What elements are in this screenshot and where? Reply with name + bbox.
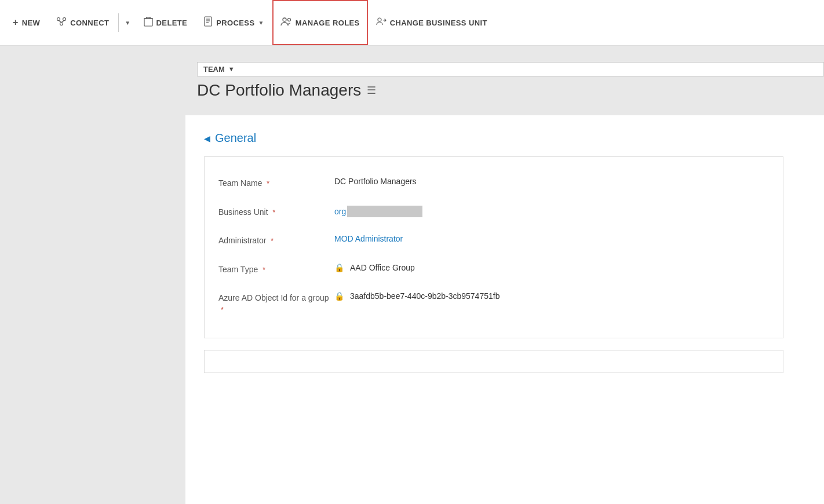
new-button[interactable]: + NEW	[5, 0, 48, 45]
general-section-title: General	[215, 132, 256, 145]
connect-button[interactable]: CONNECT	[48, 0, 117, 45]
svg-point-14	[283, 18, 286, 21]
change-bu-icon	[376, 17, 387, 28]
svg-point-2	[60, 23, 63, 25]
business-unit-text: org	[334, 207, 346, 216]
entity-type-selector[interactable]: TEAM ▼	[197, 62, 824, 76]
team-type-value: 🔒 AAD Office Group	[334, 263, 769, 272]
manage-roles-label: MANAGE ROLES	[296, 19, 360, 27]
team-name-value: DC Portfolio Managers	[334, 177, 769, 186]
azure-ad-required: *	[221, 306, 224, 314]
new-label: NEW	[22, 19, 41, 27]
azure-ad-label: Azure AD Object Id for a group *	[218, 291, 334, 315]
page-title-text: DC Portfolio Managers	[197, 81, 361, 100]
azure-ad-value: 🔒 3aafdb5b-bee7-440c-9b2b-3cb9574751fb	[334, 291, 769, 301]
svg-point-0	[57, 18, 60, 21]
business-unit-link[interactable]: org	[334, 206, 422, 217]
team-type-row: Team Type * 🔒 AAD Office Group	[218, 255, 769, 284]
bottom-section	[204, 350, 783, 373]
content-area: ◀ General Team Name * DC Portfolio Manag…	[185, 115, 824, 504]
section-collapse-arrow[interactable]: ◀	[204, 134, 210, 143]
delete-icon	[144, 16, 153, 29]
connect-label: CONNECT	[70, 19, 109, 27]
connect-dropdown-button[interactable]: ▼	[120, 0, 135, 45]
administrator-row: Administrator * MOD Administrator	[218, 226, 769, 255]
process-icon	[203, 16, 213, 29]
business-unit-blurred	[347, 206, 422, 217]
page-header: TEAM ▼ DC Portfolio Managers ☰	[0, 46, 824, 115]
business-unit-value: org	[334, 206, 769, 217]
process-button[interactable]: PROCESS ▼	[195, 0, 272, 45]
administrator-label: Administrator *	[218, 234, 334, 247]
hamburger-icon[interactable]: ☰	[367, 84, 376, 97]
left-sidebar	[0, 115, 185, 504]
svg-rect-5	[144, 19, 152, 26]
administrator-required: *	[271, 237, 274, 245]
connect-icon	[56, 17, 67, 28]
administrator-value[interactable]: MOD Administrator	[334, 234, 769, 243]
business-unit-required: *	[272, 209, 275, 217]
change-bu-label: CHANGE BUSINESS UNIT	[390, 19, 487, 27]
team-type-lock-icon: 🔒	[334, 263, 344, 272]
page-container: TEAM ▼ DC Portfolio Managers ☰ ◀ General	[0, 46, 824, 504]
svg-line-4	[61, 21, 64, 23]
team-type-label: Team Type *	[218, 263, 334, 276]
separator-1	[118, 13, 119, 32]
page-title: DC Portfolio Managers ☰	[197, 81, 824, 100]
svg-rect-10	[205, 17, 212, 26]
toolbar: + NEW CONNECT ▼ D	[0, 0, 824, 46]
svg-line-3	[59, 21, 61, 23]
new-icon: +	[13, 17, 19, 28]
main-content: ◀ General Team Name * DC Portfolio Manag…	[0, 115, 824, 504]
team-name-label: Team Name *	[218, 177, 334, 189]
manage-roles-button[interactable]: MANAGE ROLES	[272, 0, 368, 45]
entity-type-label: TEAM	[203, 65, 225, 74]
azure-ad-row: Azure AD Object Id for a group * 🔒 3aafd…	[218, 283, 769, 323]
azure-ad-lock-icon: 🔒	[334, 291, 344, 301]
delete-label: DELETE	[156, 19, 188, 27]
manage-roles-icon	[280, 17, 292, 28]
business-unit-row: Business Unit * org	[218, 198, 769, 227]
team-name-required: *	[267, 180, 269, 188]
svg-point-16	[378, 18, 381, 21]
delete-button[interactable]: DELETE	[136, 0, 196, 45]
svg-point-15	[287, 19, 290, 21]
connect-dropdown-arrow: ▼	[125, 20, 130, 26]
general-section-header: ◀ General	[204, 132, 805, 145]
process-label: PROCESS	[216, 19, 254, 27]
svg-point-1	[63, 18, 66, 21]
team-type-required: *	[262, 266, 265, 274]
change-business-unit-button[interactable]: CHANGE BUSINESS UNIT	[368, 0, 495, 45]
team-name-row: Team Name * DC Portfolio Managers	[218, 169, 769, 198]
business-unit-label: Business Unit *	[218, 206, 334, 218]
entity-type-dropdown-arrow: ▼	[228, 65, 235, 72]
general-form-table: Team Name * DC Portfolio Managers Busine…	[204, 156, 783, 338]
process-dropdown-arrow: ▼	[258, 20, 264, 26]
